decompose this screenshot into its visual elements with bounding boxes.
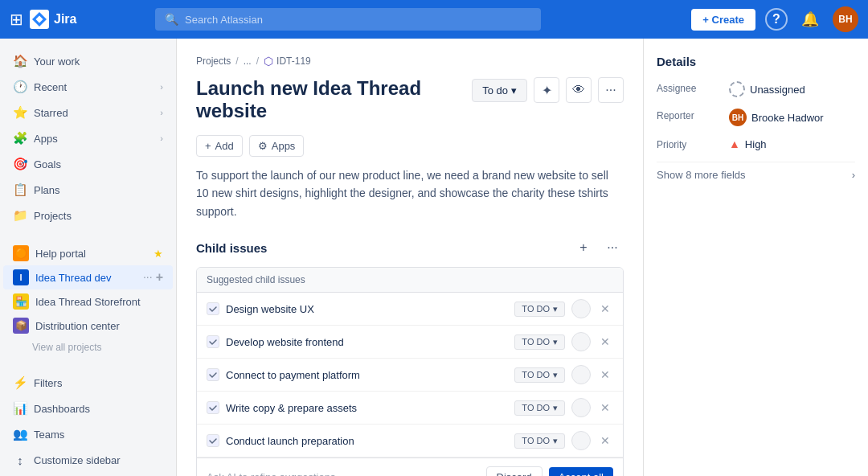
- status-arrow-icon: ▾: [511, 84, 517, 96]
- sidebar-item-your-work[interactable]: 🏠 Your work: [3, 48, 173, 74]
- add-icon[interactable]: +: [156, 270, 163, 285]
- child-check-3[interactable]: [207, 368, 219, 381]
- sidebar-item-plans[interactable]: 📋 Plans: [3, 177, 173, 203]
- remove-child-1[interactable]: ✕: [597, 301, 613, 317]
- table-row: Write copy & prepare assets TO DO ▾ ✕: [197, 392, 623, 425]
- child-issue-title-2[interactable]: Develop website frontend: [226, 336, 508, 348]
- add-plus-icon: +: [205, 140, 211, 152]
- sidebar-label-starred: Starred: [34, 107, 154, 119]
- todo-badge-1[interactable]: TO DO ▾: [514, 302, 565, 317]
- breadcrumb-issue-tag[interactable]: ⬡ IDT-119: [264, 55, 311, 68]
- assignee-5[interactable]: [571, 431, 591, 450]
- sidebar-project-distribution-center[interactable]: 📦 Distribution center: [3, 314, 173, 338]
- sidebar-label-filters: Filters: [34, 377, 163, 389]
- assignee-4[interactable]: [571, 398, 591, 417]
- child-issue-title-3[interactable]: Connect to payment platform: [226, 369, 508, 381]
- teams-icon: 👥: [13, 427, 27, 441]
- sidebar-item-projects[interactable]: 📁 Projects: [3, 203, 173, 228]
- jira-logo[interactable]: Jira: [30, 10, 76, 29]
- recent-arrow: ›: [160, 82, 163, 92]
- child-check-1[interactable]: [207, 302, 219, 315]
- issue-action-buttons: To do ▾ ✦ 👁 ···: [472, 77, 624, 103]
- assignee-label: Assignee: [657, 81, 729, 94]
- suggested-header: Suggested child issues: [197, 268, 623, 293]
- reporter-label: Reporter: [657, 109, 729, 121]
- child-issue-title-5[interactable]: Conduct launch preparation: [226, 435, 508, 447]
- todo-badge-2[interactable]: TO DO ▾: [514, 334, 565, 350]
- breadcrumb-projects[interactable]: Projects: [196, 55, 231, 67]
- sidebar-project-help-portal[interactable]: 🟠 Help portal ★: [3, 241, 173, 265]
- child-check-2[interactable]: [207, 335, 219, 348]
- create-button[interactable]: + Create: [691, 9, 755, 31]
- sidebar-item-filters[interactable]: ⚡ Filters: [3, 370, 173, 396]
- issue-toolbar: + Add ⚙ Apps: [196, 135, 624, 157]
- more-options-icon[interactable]: ···: [143, 270, 153, 285]
- todo-badge-4[interactable]: TO DO ▾: [514, 400, 565, 416]
- sidebar-item-customize-sidebar[interactable]: ↕ Customize sidebar: [3, 447, 173, 473]
- help-portal-star-icon: ★: [154, 248, 163, 260]
- sidebar-label-teams: Teams: [34, 429, 163, 441]
- status-button[interactable]: To do ▾: [472, 79, 527, 102]
- add-child-issue-button[interactable]: +: [572, 236, 595, 259]
- details-title: Details: [657, 55, 855, 68]
- filters-icon: ⚡: [13, 375, 27, 390]
- goals-icon: 🎯: [13, 157, 27, 171]
- child-issues-more-button[interactable]: ···: [601, 236, 624, 259]
- remove-child-3[interactable]: ✕: [597, 367, 613, 383]
- view-all-projects[interactable]: View all projects: [0, 338, 176, 357]
- grid-icon[interactable]: ⊞: [10, 10, 23, 29]
- remove-child-2[interactable]: ✕: [597, 334, 613, 350]
- content-area: Projects / ... / ⬡ IDT-119 Launch new Id…: [177, 39, 868, 476]
- discard-button[interactable]: Discard: [486, 466, 542, 476]
- help-icon[interactable]: ?: [765, 8, 788, 31]
- more-actions-button[interactable]: ···: [598, 77, 624, 103]
- sidebar-project-idea-thread-storefront[interactable]: 🏪 Idea Thread Storefront: [3, 289, 173, 314]
- sparkle-action-button[interactable]: ✦: [534, 77, 559, 103]
- sidebar-item-dashboards[interactable]: 📊 Dashboards: [3, 396, 173, 421]
- sidebar-label-plans: Plans: [34, 184, 163, 196]
- sidebar-project-idea-thread-dev[interactable]: I Idea Thread dev ··· +: [3, 265, 173, 289]
- distribution-label: Distribution center: [35, 320, 163, 332]
- sidebar-item-teams[interactable]: 👥 Teams: [3, 421, 173, 447]
- todo-badge-3[interactable]: TO DO ▾: [514, 367, 565, 383]
- help-portal-label: Help portal: [35, 248, 147, 260]
- sidebar-item-apps[interactable]: 🧩 Apps ›: [3, 125, 173, 151]
- watch-action-button[interactable]: 👁: [566, 77, 592, 103]
- sidebar-item-goals[interactable]: 🎯 Goals: [3, 151, 173, 177]
- priority-value[interactable]: ▲ High: [729, 137, 855, 150]
- child-check-5[interactable]: [207, 434, 219, 447]
- child-issues-section: Child issues + ··· Suggested child issue…: [196, 236, 624, 476]
- search-bar[interactable]: 🔍 Search Atlassian: [155, 8, 541, 31]
- idea-thread-dev-label: Idea Thread dev: [35, 272, 137, 284]
- add-button[interactable]: + Add: [196, 135, 243, 157]
- child-issues-header: Child issues + ···: [196, 236, 624, 259]
- assignee-row: Assignee Unassigned: [657, 81, 855, 97]
- remove-child-5[interactable]: ✕: [597, 433, 613, 449]
- sidebar-item-starred[interactable]: ⭐ Starred ›: [3, 100, 173, 125]
- assignee-value[interactable]: Unassigned: [729, 81, 855, 97]
- child-check-4[interactable]: [207, 401, 219, 414]
- distribution-icon: 📦: [13, 318, 29, 334]
- child-issue-title-4[interactable]: Write copy & prepare assets: [226, 402, 508, 414]
- assignee-3[interactable]: [571, 365, 591, 384]
- notifications-icon[interactable]: 🔔: [797, 6, 823, 32]
- reporter-value[interactable]: BH Brooke Hadwor: [729, 109, 855, 126]
- apps-button[interactable]: ⚙ Apps: [249, 135, 305, 157]
- sidebar-extra-items: ⚡ Filters 📊 Dashboards 👥 Teams ↕ Customi…: [0, 367, 176, 476]
- unassigned-circle-icon: [729, 81, 745, 97]
- accept-all-button[interactable]: Accept all: [549, 467, 613, 476]
- user-avatar[interactable]: BH: [833, 6, 858, 32]
- table-row: Design website UX TO DO ▾ ✕: [197, 293, 623, 326]
- assignee-2[interactable]: [571, 332, 591, 351]
- child-issue-title-1[interactable]: Design website UX: [226, 303, 508, 315]
- add-label: Add: [215, 140, 234, 152]
- sidebar-item-recent[interactable]: 🕐 Recent ›: [3, 74, 173, 100]
- sidebar-main-items: 🏠 Your work 🕐 Recent › ⭐ Starred › 🧩 App…: [0, 45, 176, 232]
- table-row: Develop website frontend TO DO ▾ ✕: [197, 326, 623, 359]
- breadcrumb-ellipsis[interactable]: ...: [244, 55, 252, 67]
- ai-refine-input[interactable]: [207, 471, 480, 476]
- remove-child-4[interactable]: ✕: [597, 400, 613, 416]
- assignee-1[interactable]: [571, 299, 591, 318]
- todo-badge-5[interactable]: TO DO ▾: [514, 433, 565, 449]
- show-more-fields[interactable]: Show 8 more fields ›: [657, 162, 855, 187]
